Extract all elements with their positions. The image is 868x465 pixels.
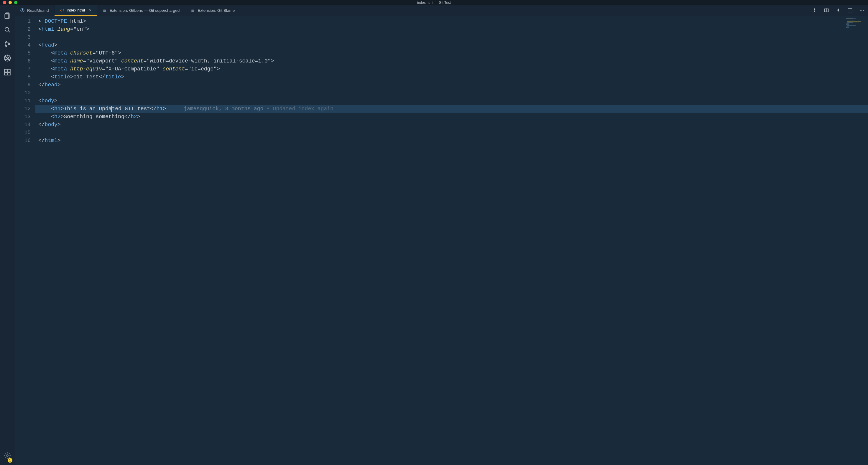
tab-label: ReadMe.md [27,8,49,13]
svg-point-35 [862,10,862,11]
line-number: 5 [15,49,31,57]
line-number: 2 [15,25,31,33]
line-number: 9 [15,81,31,89]
editor[interactable]: 12345678910111213141516 <!DOCTYPE html><… [15,15,868,465]
line-number: 16 [15,137,31,145]
code-line[interactable]: </html> [35,137,868,145]
extensions-icon[interactable] [0,65,15,79]
window-title: index.html — Git Test [417,1,451,5]
svg-line-12 [5,59,6,60]
close-window-icon[interactable] [3,1,6,4]
explorer-icon[interactable] [0,8,15,23]
line-number-gutter: 12345678910111213141516 [15,15,35,465]
code-line[interactable]: </body> [35,121,868,129]
svg-point-2 [5,27,9,31]
code-line[interactable] [35,129,868,137]
info-icon [20,8,25,13]
line-number: 3 [15,33,31,41]
svg-rect-15 [4,69,7,72]
list-icon [102,8,107,13]
html-icon [60,8,65,13]
code-line[interactable] [35,89,868,97]
search-icon[interactable] [0,23,15,37]
line-number: 8 [15,73,31,81]
compare-icon[interactable] [823,7,830,13]
svg-point-5 [5,45,6,47]
source-control-icon[interactable] [0,37,15,51]
maximize-window-icon[interactable] [14,1,18,4]
code-line[interactable]: <html lang="en"> [35,25,868,33]
code-line[interactable]: <meta name="viewport" content="width=dev… [35,57,868,65]
gitlens-toggle-icon[interactable] [811,7,818,13]
tab-index-html[interactable]: index.html× [55,5,97,15]
line-number: 1 [15,18,31,25]
settings-gear-icon[interactable]: 1 [0,449,15,463]
svg-point-6 [8,43,10,44]
svg-rect-17 [8,72,10,75]
tab-label: Extension: Git Blame [197,8,235,13]
line-number: 12 [15,105,31,113]
update-badge: 1 [8,458,12,463]
code-line[interactable]: </head> [35,81,868,89]
svg-rect-18 [8,69,10,72]
code-line[interactable]: <meta http-equiv="X-UA-Compatible" conte… [35,65,868,73]
tab-extension-gitlens-git-supercharged[interactable]: Extension: GitLens — Git supercharged [97,5,185,15]
line-number: 15 [15,129,31,137]
gitlens-annotation: jamesqquick, 3 months ago • Updated inde… [184,106,334,112]
tab-extension-git-blame[interactable]: Extension: Git Blame [185,5,240,15]
tab-label: Extension: GitLens — Git supercharged [110,8,180,13]
gitlens-icon[interactable] [835,7,841,13]
svg-rect-16 [4,72,7,75]
line-number: 10 [15,89,31,97]
close-tab-icon[interactable]: × [89,8,91,12]
line-number: 7 [15,65,31,73]
svg-point-19 [6,455,8,457]
svg-line-11 [9,57,10,57]
svg-rect-29 [824,9,826,12]
tab-readme-md[interactable]: ReadMe.md [15,5,55,15]
code-line[interactable]: <h2>Soemthing something</h2> [35,113,868,121]
code-line[interactable]: <meta charset="UTF-8"> [35,49,868,57]
svg-point-34 [860,10,861,11]
svg-point-36 [863,10,864,11]
line-number: 6 [15,57,31,65]
code-line[interactable]: <!DOCTYPE html> [35,18,868,25]
line-number: 13 [15,113,31,121]
more-icon[interactable] [859,7,865,13]
line-number: 14 [15,121,31,129]
title-bar: index.html — Git Test [0,0,868,5]
debug-icon[interactable] [0,51,15,65]
svg-rect-1 [5,14,8,19]
code-line[interactable]: <h1>This is an Updated GIT test</h1>jame… [35,105,868,113]
svg-point-4 [5,41,6,42]
list-icon [190,8,195,13]
split-editor-icon[interactable] [847,7,853,13]
code-line[interactable]: <body> [35,97,868,105]
tab-label: index.html [67,8,85,12]
code-line[interactable] [35,33,868,41]
svg-rect-30 [827,9,829,12]
code-line[interactable]: <title>Git Test</title> [35,73,868,81]
activity-bar: 1 [0,5,15,465]
code-line[interactable]: <head> [35,41,868,49]
line-number: 4 [15,41,31,49]
minimize-window-icon[interactable] [8,1,12,4]
line-number: 11 [15,97,31,105]
window-controls [0,1,18,4]
tab-bar: ReadMe.mdindex.html×Extension: GitLens —… [15,5,868,15]
svg-line-3 [8,31,10,32]
